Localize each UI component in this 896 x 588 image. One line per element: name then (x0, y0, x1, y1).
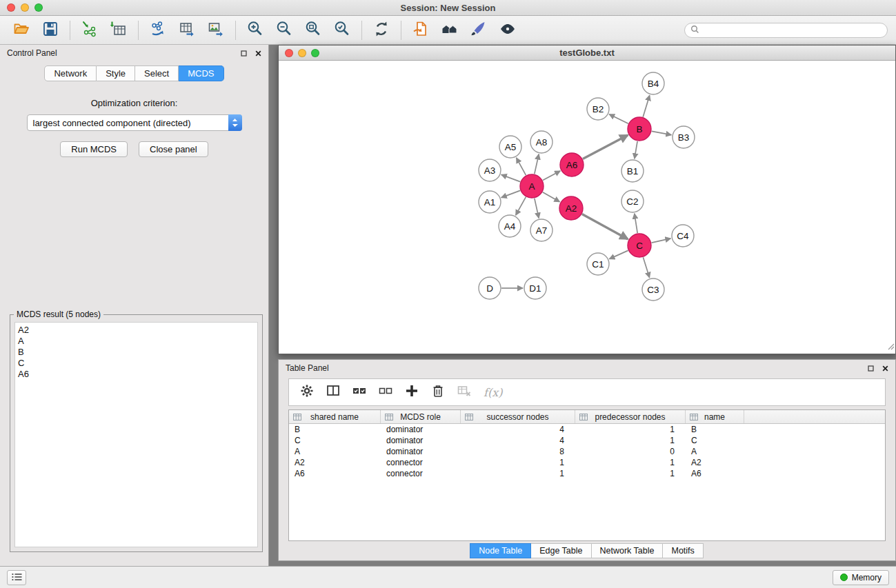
network-node-A[interactable]: A (520, 174, 544, 198)
network-window-titlebar[interactable]: testGlobe.txt (279, 45, 895, 61)
open-session-button[interactable] (7, 18, 36, 43)
network-node-A7[interactable]: A7 (530, 219, 552, 241)
refresh-layout-button[interactable] (367, 18, 396, 43)
search-field[interactable] (684, 23, 888, 38)
paint-style-button[interactable] (464, 18, 493, 43)
save-session-button[interactable] (36, 18, 65, 43)
network-edge-A-A3[interactable] (501, 174, 520, 181)
table-cell[interactable]: 0 (575, 447, 686, 456)
show-panels-button[interactable] (7, 570, 26, 585)
table-cell[interactable]: 8 (461, 447, 575, 456)
result-item[interactable]: A2 (18, 325, 255, 336)
memory-button[interactable]: Memory (833, 570, 889, 585)
dropdown-stepper-icon[interactable] (228, 114, 242, 131)
result-item[interactable]: A (18, 336, 255, 347)
import-network-button[interactable] (75, 18, 104, 43)
network-node-B4[interactable]: B4 (642, 72, 664, 94)
network-node-C2[interactable]: C2 (621, 190, 644, 212)
network-node-A2[interactable]: A2 (559, 196, 583, 220)
table-body[interactable]: Bdominator41BCdominator41CAdominator80AA… (289, 424, 885, 540)
network-node-A5[interactable]: A5 (499, 136, 521, 158)
table-cell[interactable]: connector (381, 469, 461, 478)
table-cell[interactable]: A6 (289, 469, 381, 478)
table-cell[interactable]: 4 (461, 436, 575, 445)
tab-node-table[interactable]: Node Table (470, 543, 531, 558)
resize-grip-icon[interactable] (888, 341, 895, 353)
zoom-in-button[interactable] (241, 18, 270, 43)
network-edge-C-C3[interactable] (643, 257, 649, 278)
network-edge-A2-C[interactable] (582, 214, 628, 239)
column-header-successor-nodes[interactable]: successor nodes (461, 410, 575, 423)
deselect-all-button[interactable] (375, 381, 397, 403)
tab-network-table[interactable]: Network Table (591, 543, 664, 558)
network-node-D1[interactable]: D1 (524, 277, 546, 299)
tab-network[interactable]: Network (44, 65, 97, 81)
table-cell[interactable]: 1 (461, 458, 575, 467)
network-node-C1[interactable]: C1 (587, 253, 609, 275)
network-edge-A-A4[interactable] (516, 197, 526, 215)
column-header-name[interactable]: name (686, 410, 744, 423)
close-panel-icon[interactable] (255, 50, 261, 57)
table-cell[interactable]: 1 (575, 458, 686, 467)
network-node-C[interactable]: C (628, 234, 651, 257)
network-node-A3[interactable]: A3 (479, 159, 501, 181)
network-canvas[interactable]: B4B2BB3A8A5A6A3B1AC2A1A2A4A7C4CC1C3DD1 (279, 61, 895, 354)
table-cell[interactable]: 4 (461, 425, 575, 434)
table-row[interactable]: A6connector11A6 (289, 468, 885, 479)
network-edge-A-A2[interactable] (543, 192, 560, 202)
float-table-panel-icon[interactable] (868, 365, 874, 372)
network-edge-A-A6[interactable] (543, 171, 560, 181)
column-visibility-button[interactable] (322, 381, 344, 403)
show-hide-button[interactable] (493, 18, 522, 43)
table-cell[interactable]: B (686, 425, 744, 434)
table-cell[interactable]: 1 (461, 469, 575, 478)
zoom-window-button[interactable] (34, 3, 43, 12)
tab-motifs[interactable]: Motifs (662, 543, 703, 558)
table-cell[interactable]: C (289, 436, 381, 445)
network-edge-C-C4[interactable] (652, 239, 671, 243)
network-edge-A-A8[interactable] (535, 154, 539, 174)
network-node-C3[interactable]: C3 (642, 278, 664, 301)
tab-select[interactable]: Select (135, 65, 179, 81)
network-node-B1[interactable]: B1 (621, 160, 644, 182)
table-cell[interactable]: connector (381, 458, 461, 467)
result-item[interactable]: B (18, 347, 255, 358)
close-table-panel-icon[interactable] (882, 365, 888, 372)
zoom-selected-button[interactable] (328, 18, 357, 43)
add-row-button[interactable] (401, 381, 423, 403)
table-cell[interactable]: dominator (381, 447, 461, 456)
optimization-criterion-dropdown[interactable]: largest connected component (directed) (27, 114, 242, 131)
network-node-A6[interactable]: A6 (560, 153, 584, 176)
function-builder-button[interactable]: f(x) (484, 386, 502, 399)
table-cell[interactable]: A2 (686, 458, 744, 467)
zoom-out-button[interactable] (270, 18, 299, 43)
network-node-B[interactable]: B (628, 117, 651, 141)
network-edge-A-A7[interactable] (535, 199, 539, 219)
table-cell[interactable]: 1 (575, 436, 686, 445)
close-window-button[interactable] (7, 3, 15, 12)
table-cell[interactable]: C (686, 436, 744, 445)
result-item[interactable]: C (18, 358, 255, 369)
network-node-B3[interactable]: B3 (673, 126, 695, 148)
network-edge-B-B4[interactable] (643, 95, 650, 117)
network-node-C4[interactable]: C4 (672, 225, 694, 247)
column-header-shared-name[interactable]: shared name (289, 410, 381, 423)
zoom-fit-button[interactable] (299, 18, 328, 43)
table-cell[interactable]: A (686, 447, 744, 456)
table-cell[interactable]: A (289, 447, 381, 456)
home-button[interactable] (435, 18, 464, 43)
network-node-B2[interactable]: B2 (587, 98, 609, 120)
network-edge-B-B2[interactable] (609, 114, 628, 123)
table-cell[interactable]: dominator (381, 425, 461, 434)
table-cell[interactable]: 1 (575, 425, 686, 434)
export-image-button[interactable] (201, 18, 230, 43)
table-row[interactable]: Adominator80A (289, 446, 885, 457)
minimize-window-button[interactable] (21, 3, 29, 12)
column-header-predecessor-nodes[interactable]: predecessor nodes (575, 410, 686, 423)
mcds-result-list[interactable]: A2ABCA6 (14, 322, 258, 547)
export-table-button[interactable] (172, 18, 201, 43)
network-edge-B-B3[interactable] (652, 131, 672, 134)
network-node-A1[interactable]: A1 (479, 191, 501, 213)
network-edge-A-A1[interactable] (501, 190, 520, 197)
table-cell[interactable]: A2 (289, 458, 381, 467)
